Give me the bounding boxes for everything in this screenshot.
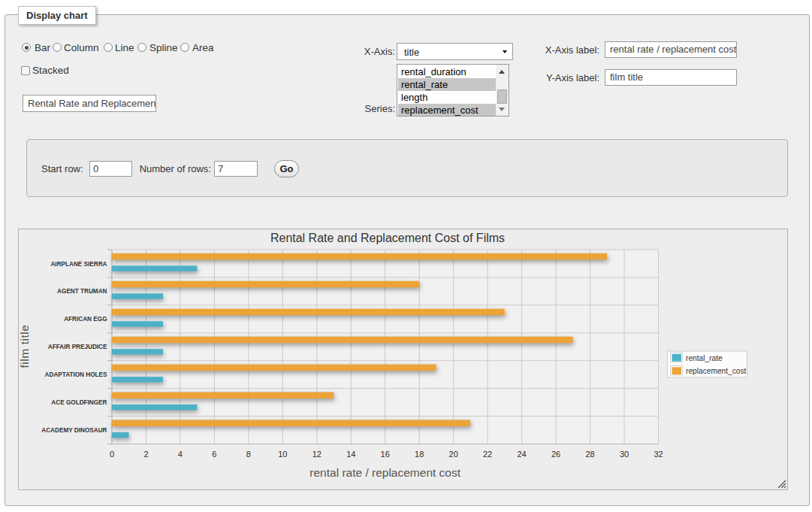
svg-text:30: 30: [620, 450, 629, 459]
svg-text:16: 16: [381, 450, 390, 459]
svg-text:film title: film title: [19, 324, 31, 368]
svg-text:10: 10: [278, 450, 287, 459]
svg-text:AFRICAN EGG: AFRICAN EGG: [64, 316, 107, 323]
svg-text:12: 12: [312, 450, 321, 459]
svg-text:20: 20: [449, 450, 458, 459]
svg-text:4: 4: [178, 450, 183, 459]
svg-text:AIRPLANE SIERRA: AIRPLANE SIERRA: [50, 261, 107, 268]
svg-text:22: 22: [483, 450, 492, 459]
svg-text:ACADEMY DINOSAUR: ACADEMY DINOSAUR: [41, 427, 107, 434]
svg-text:14: 14: [346, 450, 355, 459]
svg-text:replacement_cost: replacement_cost: [686, 367, 747, 375]
svg-text:8: 8: [246, 450, 251, 459]
svg-text:AGENT TRUMAN: AGENT TRUMAN: [57, 288, 107, 295]
svg-text:24: 24: [517, 450, 526, 459]
svg-text:rental rate / replacement cost: rental rate / replacement cost: [309, 466, 460, 479]
svg-text:ACE GOLDFINGER: ACE GOLDFINGER: [51, 399, 107, 406]
svg-text:32: 32: [654, 450, 663, 459]
svg-text:28: 28: [585, 450, 594, 459]
svg-text:AFFAIR PREJUDICE: AFFAIR PREJUDICE: [48, 344, 107, 350]
svg-text:Rental Rate and Replacement Co: Rental Rate and Replacement Cost of Film…: [270, 232, 505, 244]
svg-text:26: 26: [551, 450, 560, 459]
svg-text:6: 6: [212, 450, 216, 459]
svg-text:0: 0: [110, 450, 114, 459]
svg-text:18: 18: [415, 450, 424, 459]
svg-text:2: 2: [143, 450, 148, 459]
svg-text:ADAPTATION HOLES: ADAPTATION HOLES: [45, 371, 107, 378]
svg-text:rental_rate: rental_rate: [686, 354, 723, 362]
